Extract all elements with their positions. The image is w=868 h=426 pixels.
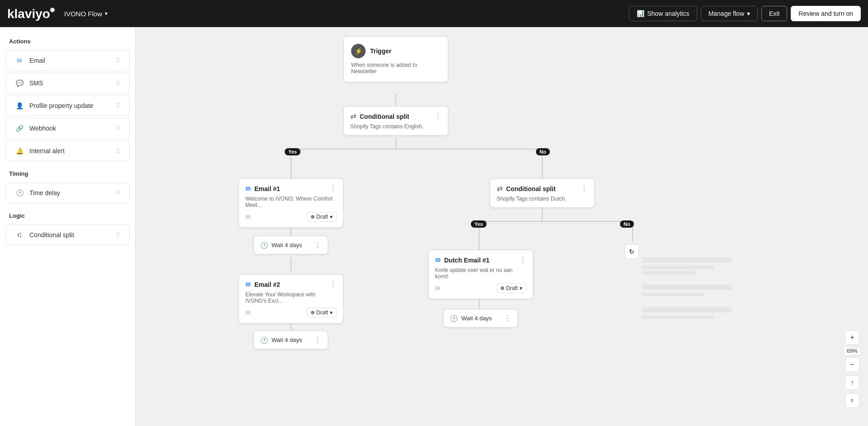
email-2-description: Elevate Your Workspace with IVONO's Excl… xyxy=(245,291,337,304)
conditional-split-2-node[interactable]: ⇄ Conditional split ⋮ Shopify Tags conta… xyxy=(490,178,595,208)
timing-section-title: Timing xyxy=(0,167,135,181)
refresh-icon: ↻ xyxy=(629,248,634,255)
split-icon: ⇄ xyxy=(497,184,502,193)
split-1-title: Conditional split xyxy=(360,113,409,120)
canvas-content: ⚡ Trigger When someone is added to Newsl… xyxy=(136,27,868,426)
sidebar-item-webhook[interactable]: 🔗 Webhook ⠿ xyxy=(5,118,130,139)
email-icon: ✉ xyxy=(15,56,24,65)
wait-1-menu-button[interactable]: ⋮ xyxy=(314,241,321,249)
conditional-split-1-node[interactable]: ⇄ Conditional split ⋮ Shopify Tags conta… xyxy=(343,106,448,136)
alert-icon: 🔔 xyxy=(15,146,24,155)
split-icon: ⑆ xyxy=(15,230,24,239)
dutch-email-1-footer: ✉ Draft ▾ xyxy=(435,283,526,293)
dutch-email-1-draft-badge[interactable]: Draft ▾ xyxy=(497,283,526,293)
zoom-out-button[interactable]: − xyxy=(845,357,859,372)
dutch-email-1-menu-button[interactable]: ⋮ xyxy=(519,256,526,264)
svg-point-1 xyxy=(50,8,55,12)
sidebar-item-time-delay[interactable]: 🕐 Time delay ⠿ xyxy=(5,183,130,203)
email-2-header: ✉ Email #2 ⋮ xyxy=(245,280,337,289)
show-analytics-button[interactable]: 📊 Show analytics xyxy=(629,6,697,21)
sidebar-item-left: ✉ Email xyxy=(15,56,45,65)
split-1-menu-button[interactable]: ⋮ xyxy=(434,112,441,121)
email-2-node[interactable]: ✉ Email #2 ⋮ Elevate Your Workspace with… xyxy=(239,274,343,323)
conditional-split-label: Conditional split xyxy=(29,231,74,239)
profile-icon: 👤 xyxy=(15,101,24,110)
wait-2-left: 🕐 Wait 4 days xyxy=(450,315,492,322)
split-1-left: ⇄ Conditional split xyxy=(350,112,409,121)
split-icon: ⇄ xyxy=(350,112,356,121)
trigger-node[interactable]: ⚡ Trigger When someone is added to Newsl… xyxy=(343,36,448,82)
grid-toggle-button[interactable]: ⠿ xyxy=(845,393,859,408)
placeholder-node-2 xyxy=(642,285,732,298)
webhook-label: Webhook xyxy=(29,125,56,132)
wait-3-left: 🕐 Wait 4 days xyxy=(260,337,302,344)
no-badge-1: No xyxy=(536,148,550,155)
actions-section-title: Actions xyxy=(0,34,135,48)
wait-2-node[interactable]: 🕐 Wait 4 days ⋮ xyxy=(443,309,518,328)
flow-name-text: IVONO Flow xyxy=(64,10,102,18)
wait-3-menu-button[interactable]: ⋮ xyxy=(314,336,321,344)
wait-3-node[interactable]: 🕐 Wait 4 days ⋮ xyxy=(253,331,328,349)
drag-handle-icon[interactable]: ⠿ xyxy=(116,102,120,109)
drag-handle-icon[interactable]: ⠿ xyxy=(116,57,120,64)
wait-1-label: Wait 4 days xyxy=(272,242,302,248)
email-small-icon: ✉ xyxy=(245,213,251,220)
email-2-draft-badge[interactable]: Draft ▾ xyxy=(307,308,337,318)
split-2-menu-button[interactable]: ⋮ xyxy=(581,184,588,193)
clock-icon: 🕐 xyxy=(450,315,458,322)
sms-icon: 💬 xyxy=(15,79,24,88)
sidebar-item-conditional-split[interactable]: ⑆ Conditional split ⠿ xyxy=(5,225,130,245)
no-branch-refresh-button[interactable]: ↻ xyxy=(624,244,639,259)
dutch-email-1-left: ✉ Dutch Email #1 xyxy=(435,257,489,264)
placeholder-node-3 xyxy=(642,307,732,319)
fit-view-button[interactable]: ↑ xyxy=(845,375,859,390)
wait-1-left: 🕐 Wait 4 days xyxy=(260,242,302,249)
email-1-status: Draft xyxy=(316,214,328,220)
dutch-email-1-node[interactable]: ✉ Dutch Email #1 ⋮ Korte update over wat… xyxy=(428,250,533,299)
sidebar-item-email[interactable]: ✉ Email ⠿ xyxy=(5,50,130,71)
wait-3-label: Wait 4 days xyxy=(272,337,302,343)
drag-handle-icon[interactable]: ⠿ xyxy=(116,125,120,132)
logo: klaviyo xyxy=(7,6,57,21)
header: klaviyo IVONO Flow ▾ 📊 Show analytics Ma… xyxy=(0,0,868,27)
email-1-title: Email #1 xyxy=(254,185,280,192)
email-2-menu-button[interactable]: ⋮ xyxy=(329,280,337,289)
drag-handle-icon[interactable]: ⠿ xyxy=(116,80,120,87)
manage-flow-button[interactable]: Manage flow ▾ xyxy=(701,6,758,21)
sidebar-item-internal-alert[interactable]: 🔔 Internal alert ⠿ xyxy=(5,140,130,161)
email-1-draft-badge[interactable]: Draft ▾ xyxy=(307,212,337,222)
wait-1-node[interactable]: 🕐 Wait 4 days ⋮ xyxy=(253,236,328,254)
clock-icon: 🕐 xyxy=(260,242,268,249)
wait-2-menu-button[interactable]: ⋮ xyxy=(504,314,511,323)
draft-status-dot xyxy=(311,215,314,219)
review-and-turn-on-button[interactable]: Review and turn on xyxy=(791,6,861,21)
email-label: Email xyxy=(29,57,45,64)
sidebar-item-left: 🔔 Internal alert xyxy=(15,146,65,155)
zoom-controls: + 69% − ↑ ⠿ xyxy=(844,330,861,408)
drag-handle-icon[interactable]: ⠿ xyxy=(116,189,120,197)
sidebar-item-sms[interactable]: 💬 SMS ⠿ xyxy=(5,73,130,94)
draft-status-dot xyxy=(501,286,504,290)
placeholder-node-1 xyxy=(642,257,732,275)
sidebar-item-profile-property-update[interactable]: 👤 Profile property update ⠿ xyxy=(5,95,130,116)
exit-button[interactable]: Exit xyxy=(761,6,787,21)
klaviyo-logo-icon: klaviyo xyxy=(7,6,57,21)
analytics-chart-icon: 📊 xyxy=(637,10,644,17)
header-right: 📊 Show analytics Manage flow ▾ Exit Revi… xyxy=(629,6,861,21)
yes-badge-1: Yes xyxy=(285,148,300,155)
trigger-description: When someone is added to Newsletter xyxy=(351,62,441,75)
flow-name-button[interactable]: IVONO Flow ▾ xyxy=(64,10,108,18)
sidebar: Actions ✉ Email ⠿ 💬 SMS ⠿ 👤 Profile prop… xyxy=(0,27,136,426)
trigger-lightning-icon: ⚡ xyxy=(351,44,366,58)
sidebar-item-left: 🕐 Time delay xyxy=(15,188,60,197)
drag-handle-icon[interactable]: ⠿ xyxy=(116,147,120,154)
email-1-node[interactable]: ✉ Email #1 ⋮ Welcome to IVONO: Where Com… xyxy=(239,178,343,228)
email-2-left: ✉ Email #2 xyxy=(245,281,280,288)
zoom-in-button[interactable]: + xyxy=(845,330,859,345)
drag-handle-icon[interactable]: ⠿ xyxy=(116,231,120,239)
draft-chevron-icon: ▾ xyxy=(330,309,333,316)
flow-canvas[interactable]: ⚡ Trigger When someone is added to Newsl… xyxy=(136,27,868,426)
email-1-menu-button[interactable]: ⋮ xyxy=(329,184,337,193)
sidebar-item-left: ⑆ Conditional split xyxy=(15,230,74,239)
draft-chevron-icon: ▾ xyxy=(330,214,333,220)
